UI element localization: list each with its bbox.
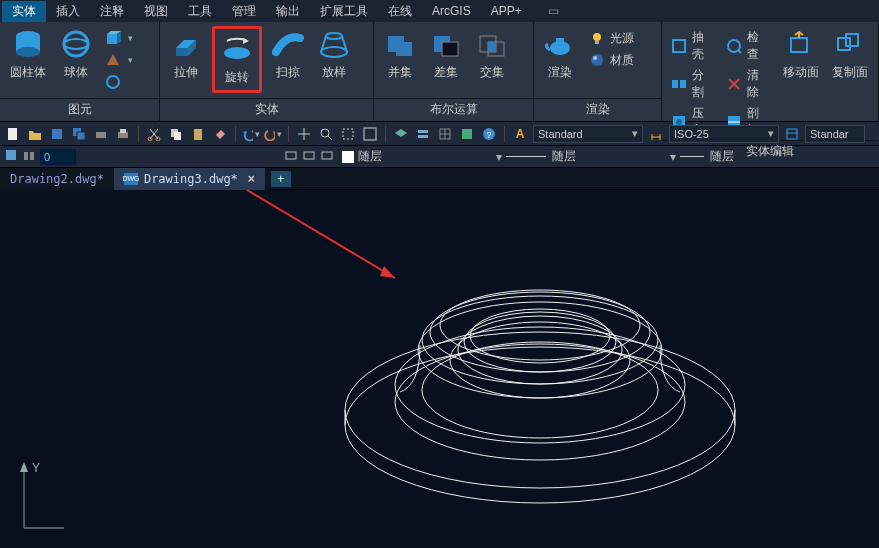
copy-icon[interactable] (167, 125, 185, 143)
print-icon[interactable] (114, 125, 132, 143)
check-icon (725, 37, 743, 55)
erase-icon[interactable] (211, 125, 229, 143)
svg-point-7 (224, 47, 250, 59)
shell-button[interactable]: 抽壳 (668, 28, 717, 64)
svg-line-72 (247, 190, 395, 278)
clean-button[interactable]: 清除 (723, 66, 772, 102)
mirror-value-field[interactable]: 0 (40, 149, 76, 165)
zoom-icon[interactable] (317, 125, 335, 143)
linetype-combo[interactable]: 随层▾ (506, 148, 676, 165)
sweep-button[interactable]: 扫掠 (268, 26, 308, 83)
cone-icon (104, 51, 122, 69)
isoplane-icon3[interactable] (320, 148, 334, 165)
mirror-toggle-icon[interactable] (22, 148, 36, 165)
revolve-label: 旋转 (225, 69, 249, 86)
layer-color-combo[interactable]: 随层▾ (342, 148, 502, 165)
redo-icon[interactable]: ▾ (264, 125, 282, 143)
tab-drawing2-label: Drawing2.dwg* (10, 172, 104, 186)
isoplane-icon1[interactable] (284, 148, 298, 165)
model-wireframe (0, 190, 879, 548)
paste-icon[interactable] (189, 125, 207, 143)
box-small-button[interactable]: ▾ (102, 28, 135, 48)
plot-icon[interactable] (92, 125, 110, 143)
menu-solid[interactable]: 实体 (2, 1, 46, 22)
panel-boolean: 并集 差集 交集 布尔运算 (374, 22, 534, 121)
separate-button[interactable]: 分割 (668, 66, 717, 102)
zoomext-icon[interactable] (361, 125, 379, 143)
svg-rect-71 (322, 152, 332, 159)
open-icon[interactable] (26, 125, 44, 143)
extrude-label: 拉伸 (174, 64, 198, 81)
sphere-button[interactable]: 球体 (56, 26, 96, 83)
render-button[interactable]: 渲染 (540, 26, 580, 83)
moveface-button[interactable]: 移动面 (779, 26, 823, 83)
svg-rect-18 (488, 42, 496, 52)
intersect-button[interactable]: 交集 (472, 26, 512, 83)
box-icon (104, 29, 122, 47)
pan-icon[interactable] (295, 125, 313, 143)
tablestyle-combo[interactable]: Standar (805, 125, 865, 143)
document-tabs: Drawing2.dwg* DWG Drawing3.dwg* × + (0, 168, 879, 190)
menu-arcgis[interactable]: ArcGIS (422, 2, 481, 20)
material-icon (588, 51, 606, 69)
tab-drawing2[interactable]: Drawing2.dwg* (0, 168, 114, 190)
cylinder-button[interactable]: 圆柱体 (6, 26, 50, 83)
menu-annotate[interactable]: 注释 (90, 1, 134, 22)
menu-tools[interactable]: 工具 (178, 1, 222, 22)
window-state-icon[interactable]: ▭ (542, 2, 565, 20)
svg-line-50 (328, 136, 332, 140)
svg-point-73 (345, 332, 735, 488)
menu-extensions[interactable]: 扩展工具 (310, 1, 378, 22)
save-icon[interactable] (48, 125, 66, 143)
copyface-button[interactable]: 复制面 (829, 26, 872, 83)
menu-online[interactable]: 在线 (378, 1, 422, 22)
cut-icon[interactable] (145, 125, 163, 143)
textstyle-annot-icon[interactable]: A (511, 125, 529, 143)
help-icon[interactable]: ? (480, 125, 498, 143)
subtract-label: 差集 (434, 64, 458, 81)
menu-insert[interactable]: 插入 (46, 1, 90, 22)
menu-view[interactable]: 视图 (134, 1, 178, 22)
grid-icon[interactable] (436, 125, 454, 143)
saveas-icon[interactable] (70, 125, 88, 143)
revolve-button[interactable]: 旋转 (217, 31, 257, 88)
isoplane-icon2[interactable] (302, 148, 316, 165)
lineweight-combo[interactable]: 随层 (680, 148, 790, 165)
block-authoring-icon[interactable] (4, 148, 18, 165)
svg-rect-47 (174, 132, 181, 140)
new-tab-button[interactable]: + (271, 171, 291, 187)
dimstyle-combo[interactable]: ISO-25▾ (669, 125, 779, 143)
cone-small-button[interactable]: ▾ (102, 50, 135, 70)
loft-button[interactable]: 放样 (314, 26, 354, 83)
menu-output[interactable]: 输出 (266, 1, 310, 22)
menu-manage[interactable]: 管理 (222, 1, 266, 22)
svg-rect-38 (52, 129, 62, 139)
dimstyle-annot-icon[interactable] (647, 125, 665, 143)
props-icon[interactable] (458, 125, 476, 143)
drawing-viewport[interactable]: Y (0, 190, 879, 548)
extrude-button[interactable]: 拉伸 (166, 26, 206, 83)
new-icon[interactable] (4, 125, 22, 143)
zoomwin-icon[interactable] (339, 125, 357, 143)
lightbulb-icon (588, 29, 606, 47)
primitive-small-column: ▾ ▾ (102, 26, 135, 92)
tablestyle-icon[interactable] (783, 125, 801, 143)
wedge-small-button[interactable] (102, 72, 135, 92)
union-button[interactable]: 并集 (380, 26, 420, 83)
separate-label: 分割 (692, 67, 716, 101)
svg-rect-15 (442, 42, 458, 56)
layerprops-icon[interactable] (414, 125, 432, 143)
tab-drawing3[interactable]: DWG Drawing3.dwg* × (114, 168, 265, 190)
undo-icon[interactable]: ▾ (242, 125, 260, 143)
light-button[interactable]: 光源 (586, 28, 636, 48)
ucs-y-label: Y (32, 461, 40, 475)
material-button[interactable]: 材质 (586, 50, 636, 70)
menu-appplus[interactable]: APP+ (481, 2, 532, 20)
dimstyle-value: ISO-25 (674, 128, 709, 140)
subtract-button[interactable]: 差集 (426, 26, 466, 83)
layers-icon[interactable] (392, 125, 410, 143)
textstyle-combo[interactable]: Standard▾ (533, 125, 643, 143)
check-button[interactable]: 检查 (723, 28, 772, 64)
tab-close-icon[interactable]: × (248, 172, 255, 186)
svg-rect-48 (194, 129, 202, 140)
